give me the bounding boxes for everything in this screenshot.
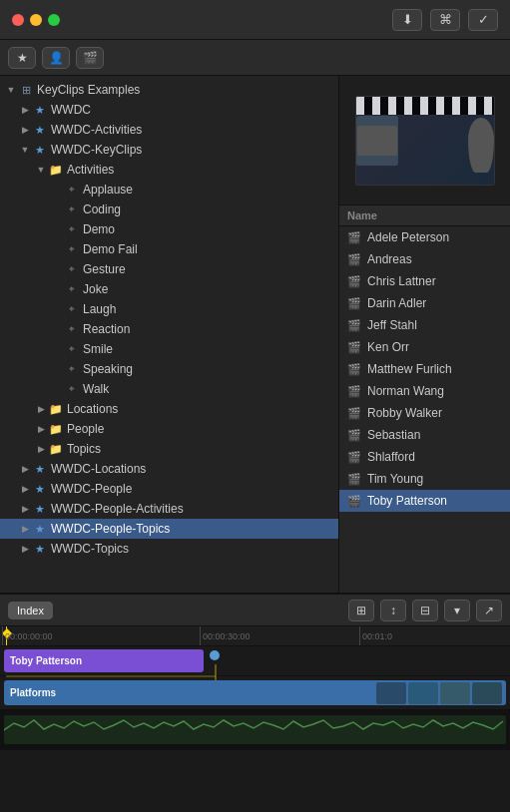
folder-icon: 📁: [48, 163, 64, 177]
tree-item-demo-fail[interactable]: ⌖ Demo Fail: [0, 239, 338, 259]
minimize-button[interactable]: [30, 14, 42, 26]
tree-item-wwdc-people-activities[interactable]: ▶ ★ WWDC-People-Activities: [0, 499, 338, 519]
tree-item-smile[interactable]: ⌖ Smile: [0, 339, 338, 359]
ruler-mark-2: 00:01:0: [359, 626, 392, 645]
star-icon: ★: [32, 502, 48, 516]
timeline-btn-1[interactable]: ⊞: [348, 600, 374, 621]
tree-item-reaction[interactable]: ⌖ Reaction: [0, 319, 338, 339]
tree-arrow-smile: [50, 342, 64, 356]
smart-icon: ⌖: [64, 242, 80, 256]
film-icon: 🎬: [347, 495, 361, 508]
waveform-svg: [4, 715, 506, 744]
tree-label-walk: Walk: [83, 382, 334, 396]
name-label: Norman Wang: [367, 384, 444, 398]
film-icon: 🎬: [347, 429, 361, 442]
film-icon: 🎬: [347, 297, 361, 310]
name-item-matthew-furlich[interactable]: 🎬 Matthew Furlich: [339, 358, 510, 380]
track-audio: [0, 710, 510, 750]
tree-label-wwdc-topics: WWDC-Topics: [51, 542, 334, 556]
tree-label-demo: Demo: [83, 222, 334, 236]
tree-item-applause[interactable]: ⌖ Applause: [0, 180, 338, 200]
tree-label-activities: Activities: [67, 163, 334, 177]
checkmark-button[interactable]: ✓: [468, 9, 498, 31]
person-toolbar-btn[interactable]: 👤: [42, 47, 70, 69]
tree-root[interactable]: ▼ ⊞ KeyClips Examples: [0, 80, 338, 100]
star-icon: ★: [32, 143, 48, 157]
track-clip-toby[interactable]: Toby Patterson: [4, 649, 204, 672]
track-clip-platforms[interactable]: Platforms: [4, 680, 506, 705]
smart-icon: ⌖: [64, 382, 80, 396]
right-panel: Name 🎬 Adele Peterson 🎬 Andreas 🎬 Chris …: [339, 76, 510, 593]
name-label: Shlafford: [367, 450, 415, 464]
fullscreen-button[interactable]: [48, 14, 60, 26]
tree-arrow-wwdc-locations: ▶: [18, 462, 32, 476]
name-item-adele-peterson[interactable]: 🎬 Adele Peterson: [339, 226, 510, 248]
timeline-btn-2[interactable]: ↕: [380, 600, 406, 621]
name-label: Jeff Stahl: [367, 318, 417, 332]
name-item-ken-orr[interactable]: 🎬 Ken Orr: [339, 336, 510, 358]
tree-item-activities[interactable]: ▼ 📁 Activities: [0, 160, 338, 180]
tree-arrow-people: ▶: [34, 422, 48, 436]
tree-item-topics[interactable]: ▶ 📁 Topics: [0, 439, 338, 459]
name-item-shlafford[interactable]: 🎬 Shlafford: [339, 446, 510, 468]
star-icon: ★: [32, 462, 48, 476]
smart-icon: ⌖: [64, 322, 80, 336]
key-button[interactable]: ⌘: [430, 9, 460, 31]
star-toolbar-btn[interactable]: ★: [8, 47, 36, 69]
tree-item-demo[interactable]: ⌖ Demo: [0, 219, 338, 239]
star-icon: ★: [32, 542, 48, 556]
tree-item-wwdc-activities[interactable]: ▶ ★ WWDC-Activities: [0, 120, 338, 140]
tree-item-gesture[interactable]: ⌖ Gesture: [0, 259, 338, 279]
tree-item-wwdc-keyclips[interactable]: ▼ ★ WWDC-KeyClips: [0, 140, 338, 160]
name-item-tim-young[interactable]: 🎬 Tim Young: [339, 468, 510, 490]
film-icon: 🎬: [347, 363, 361, 376]
smart-icon: ⌖: [64, 222, 80, 236]
name-item-darin-adler[interactable]: 🎬 Darin Adler: [339, 292, 510, 314]
tree-arrow-topics: ▶: [34, 442, 48, 456]
clapperboard-icon: [356, 97, 494, 115]
name-item-robby-walker[interactable]: 🎬 Robby Walker: [339, 402, 510, 424]
film-icon: 🎬: [347, 341, 361, 354]
tree-item-wwdc-people-topics[interactable]: ▶ ★ WWDC-People-Topics: [0, 519, 338, 539]
close-button[interactable]: [12, 14, 24, 26]
timeline-dropdown[interactable]: ▾: [444, 600, 470, 621]
tree-items: ▶ ★ WWDC ▶ ★ WWDC-Activities ▼ ★ WWDC-Ke…: [0, 100, 338, 559]
tree-item-wwdc[interactable]: ▶ ★ WWDC: [0, 100, 338, 120]
tree-arrow-wwdc-keyclips: ▼: [18, 143, 32, 157]
tree-label-reaction: Reaction: [83, 322, 334, 336]
tree-arrow-locations: ▶: [34, 402, 48, 416]
timeline-dot: [210, 650, 220, 660]
tree-item-wwdc-people[interactable]: ▶ ★ WWDC-People: [0, 479, 338, 499]
name-label: Darin Adler: [367, 296, 426, 310]
tree-item-laugh[interactable]: ⌖ Laugh: [0, 299, 338, 319]
name-item-jeff-stahl[interactable]: 🎬 Jeff Stahl: [339, 314, 510, 336]
index-tab[interactable]: Index: [8, 602, 53, 619]
tree-arrow-wwdc-people-activities: ▶: [18, 502, 32, 516]
tree-item-people[interactable]: ▶ 📁 People: [0, 419, 338, 439]
download-button[interactable]: ⬇: [392, 9, 422, 31]
tree-item-coding[interactable]: ⌖ Coding: [0, 200, 338, 219]
folder-icon: 📁: [48, 422, 64, 436]
name-label: Adele Peterson: [367, 230, 449, 244]
tree-item-joke[interactable]: ⌖ Joke: [0, 279, 338, 299]
tree-item-walk[interactable]: ⌖ Walk: [0, 379, 338, 399]
film-toolbar-btn[interactable]: 🎬: [76, 47, 104, 69]
tree-item-wwdc-locations[interactable]: ▶ ★ WWDC-Locations: [0, 459, 338, 479]
name-item-norman-wang[interactable]: 🎬 Norman Wang: [339, 380, 510, 402]
name-item-chris-lattner[interactable]: 🎬 Chris Lattner: [339, 270, 510, 292]
name-list-header: Name: [339, 205, 510, 226]
tree-item-locations[interactable]: ▶ 📁 Locations: [0, 399, 338, 419]
timeline-btn-3[interactable]: ⊟: [412, 600, 438, 621]
name-item-toby-patterson[interactable]: 🎬 Toby Patterson: [339, 490, 510, 512]
name-item-andreas[interactable]: 🎬 Andreas: [339, 248, 510, 270]
name-item-sebastian[interactable]: 🎬 Sebastian: [339, 424, 510, 446]
person-silhouette: [468, 118, 493, 173]
tree-item-speaking[interactable]: ⌖ Speaking: [0, 359, 338, 379]
tree-label-wwdc-locations: WWDC-Locations: [51, 462, 334, 476]
film-icon: 🎬: [347, 451, 361, 464]
traffic-lights: [12, 14, 60, 26]
timeline-tool-btn[interactable]: ↗: [476, 600, 502, 621]
tree-arrow-demo: [50, 222, 64, 236]
tree-item-wwdc-topics[interactable]: ▶ ★ WWDC-Topics: [0, 539, 338, 559]
name-label: Robby Walker: [367, 406, 442, 420]
